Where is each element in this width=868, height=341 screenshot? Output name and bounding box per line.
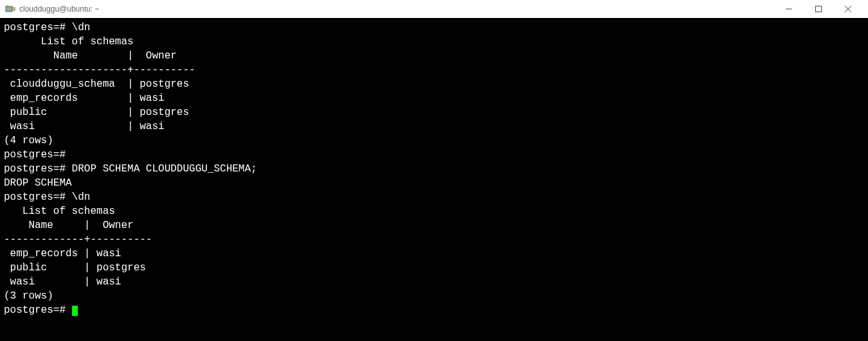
terminal-line: public | postgres [4, 105, 864, 119]
terminal-cursor [72, 306, 78, 316]
window-title: cloudduggu@ubuntu: ~ [19, 4, 100, 13]
terminal-line: --------------------+---------- [4, 63, 864, 77]
terminal-output[interactable]: postgres=# \dn List of schemas Name | Ow… [0, 18, 868, 341]
maximize-button[interactable] [804, 0, 833, 18]
terminal-line: postgres=# \dn [4, 21, 864, 35]
terminal-line: List of schemas [4, 204, 864, 218]
putty-icon [5, 4, 15, 14]
terminal-line: (3 rows) [4, 289, 864, 303]
terminal-line: DROP SCHEMA [4, 176, 864, 190]
terminal-line: public | postgres [4, 261, 864, 275]
terminal-line: postgres=# DROP SCHEMA CLOUDDUGGU_SCHEMA… [4, 162, 864, 176]
terminal-line: emp_records | wasi [4, 91, 864, 105]
terminal-line: emp_records | wasi [4, 247, 864, 261]
terminal-line: postgres=# [4, 148, 864, 162]
terminal-line: -------------+---------- [4, 232, 864, 247]
terminal-line: Name | Owner [4, 218, 864, 232]
terminal-line: wasi | wasi [4, 119, 864, 134]
terminal-line: postgres=# [4, 303, 864, 317]
terminal-line: (4 rows) [4, 134, 864, 148]
svg-rect-1 [12, 8, 15, 10]
close-button[interactable] [833, 0, 863, 18]
terminal-line: wasi | wasi [4, 275, 864, 289]
terminal-line: List of schemas [4, 35, 864, 49]
window-titlebar: cloudduggu@ubuntu: ~ [0, 0, 868, 18]
terminal-line: cloudduggu_schema | postgres [4, 77, 864, 91]
minimize-button[interactable] [774, 0, 804, 18]
terminal-line: postgres=# \dn [4, 190, 864, 204]
terminal-line: Name | Owner [4, 49, 864, 63]
svg-rect-4 [816, 6, 822, 12]
